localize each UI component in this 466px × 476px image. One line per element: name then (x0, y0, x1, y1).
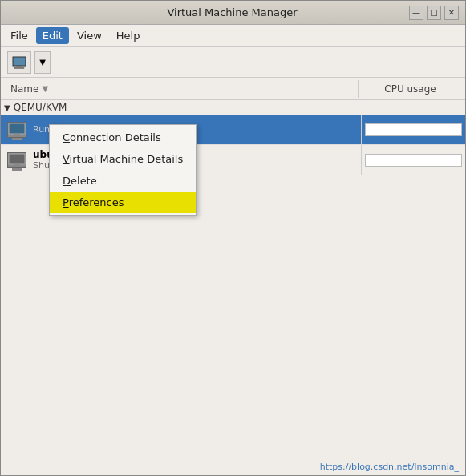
menu-file-label: File (10, 30, 28, 42)
vm-ubuntu-cpu-bar (365, 154, 462, 167)
table-header: Name ▼ CPU usage (1, 78, 465, 100)
col-name-header: Name ▼ (4, 80, 358, 98)
menu-edit-label: Edit (43, 30, 63, 42)
menu-item-vm-details[interactable]: Virtual Machine Details (50, 148, 196, 170)
col-cpu-header: CPU usage (358, 80, 462, 98)
vm-icon-running (7, 122, 26, 138)
maximize-button[interactable]: □ (427, 6, 441, 20)
svg-rect-5 (11, 135, 22, 137)
menubar: File Edit View Help (1, 25, 465, 47)
menu-item-connection-details-label: Connection Details (63, 131, 161, 143)
menu-item-delete[interactable]: Delete (50, 170, 196, 192)
svg-rect-7 (14, 164, 20, 166)
menu-edit[interactable]: Edit (36, 27, 69, 44)
menu-file[interactable]: File (4, 27, 34, 44)
menu-item-connection-details[interactable]: Connection Details (50, 127, 196, 148)
window-title: Virtual Machine Manager (55, 6, 409, 18)
svg-rect-2 (14, 67, 24, 69)
menu-help-label: Help (116, 30, 140, 42)
svg-rect-3 (9, 123, 25, 134)
group-arrow-icon: ▼ (4, 103, 10, 112)
toolbar-main-button[interactable] (7, 51, 31, 74)
main-window: Virtual Machine Manager — □ ✕ File Edit … (0, 0, 466, 476)
main-content: Name ▼ CPU usage ▼ QEMU/KVM (1, 78, 465, 458)
menu-item-preferences-label: Preferences (63, 196, 124, 208)
edit-dropdown-menu: Connection Details Virtual Machine Detai… (49, 124, 197, 216)
menu-help[interactable]: Help (110, 27, 147, 44)
vm-icon-ubuntu (7, 152, 26, 168)
col-name-sort-icon: ▼ (42, 84, 48, 93)
minimize-button[interactable]: — (409, 6, 423, 20)
close-button[interactable]: ✕ (444, 6, 459, 20)
group-header-qemu[interactable]: ▼ QEMU/KVM (1, 100, 465, 115)
svg-rect-6 (9, 154, 25, 164)
monitor-icon (12, 56, 26, 69)
menu-view-label: View (77, 30, 102, 42)
titlebar: Virtual Machine Manager — □ ✕ (1, 1, 465, 25)
col-name-label: Name (10, 83, 38, 95)
menu-item-vm-details-label: Virtual Machine Details (63, 153, 183, 165)
window-controls: — □ ✕ (409, 6, 459, 20)
svg-rect-0 (13, 57, 26, 66)
vm-running-cpu-bar (365, 123, 462, 136)
toolbar-dropdown-button[interactable]: ▼ (34, 51, 51, 74)
statusbar-url: https://blog.csdn.net/Insomnia_ (320, 462, 459, 472)
svg-rect-4 (14, 134, 20, 135)
svg-rect-1 (17, 66, 22, 67)
group-label: QEMU/KVM (14, 102, 67, 113)
vm-ubuntu-cpu-cell (361, 145, 465, 175)
menu-view[interactable]: View (71, 27, 108, 44)
menu-item-delete-label: Delete (63, 175, 97, 187)
svg-rect-8 (11, 166, 22, 167)
menu-item-preferences[interactable]: Preferences (50, 192, 196, 213)
statusbar: https://blog.csdn.net/Insomnia_ (1, 458, 465, 475)
vm-running-cpu-cell (361, 115, 465, 144)
toolbar: ▼ (1, 47, 465, 78)
